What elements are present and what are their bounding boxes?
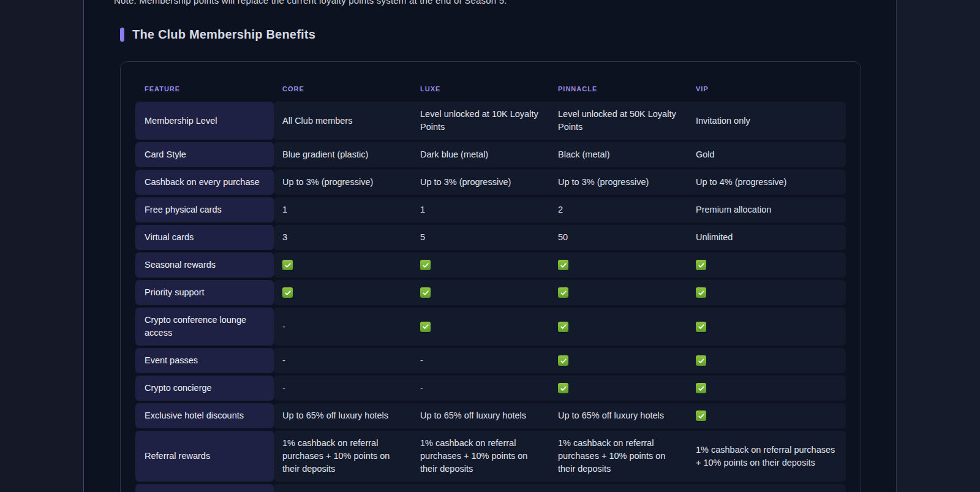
value-cell: Up to 3% (progressive) bbox=[274, 170, 412, 195]
check-icon bbox=[558, 383, 568, 393]
cell-text: 1% cashback on referral purchases + 10% … bbox=[696, 444, 839, 469]
check-icon bbox=[420, 322, 431, 332]
column-header-feature: FEATURE bbox=[135, 83, 274, 94]
cell-text: Up to 3% (progressive) bbox=[558, 176, 649, 189]
check-icon bbox=[558, 322, 568, 332]
value-cell: Up to 3% (progressive) bbox=[549, 170, 687, 195]
main-content: Note: Membership points will replace the… bbox=[85, 0, 896, 492]
feature-cell: Crypto conference lounge access bbox=[135, 308, 274, 346]
cell-text: Dark blue (metal) bbox=[420, 148, 488, 161]
value-cell bbox=[549, 252, 687, 278]
feature-cell bbox=[135, 484, 274, 492]
feature-label: Virtual cards bbox=[145, 231, 194, 244]
cell-text: 1% cashback on referral purchases + 10% … bbox=[282, 437, 404, 475]
value-cell: 1 bbox=[274, 197, 412, 222]
value-cell bbox=[412, 280, 549, 305]
value-cell bbox=[549, 280, 687, 305]
feature-cell: Crypto concierge bbox=[135, 376, 274, 401]
feature-label: Free physical cards bbox=[145, 203, 222, 216]
column-header-label: FEATURE bbox=[145, 85, 180, 93]
table-row: Crypto conference lounge access - bbox=[135, 308, 846, 346]
dash-mark: - bbox=[282, 320, 285, 333]
column-header-vip: VIP bbox=[687, 83, 846, 94]
row-values bbox=[274, 280, 846, 305]
table-header-row: FEATURE CORE LUXE PINNACLE VIP bbox=[135, 74, 846, 102]
check-icon bbox=[558, 260, 568, 270]
right-page-margin bbox=[896, 0, 980, 492]
feature-label: Crypto conference lounge access bbox=[145, 314, 266, 339]
value-cell: Up to 65% off luxury hotels bbox=[274, 403, 412, 428]
cell-text: Level unlocked at 50K Loyalty Points bbox=[558, 108, 680, 134]
cell-text: 50 bbox=[558, 231, 568, 244]
row-values bbox=[274, 252, 846, 278]
check-icon bbox=[696, 287, 706, 298]
table-row bbox=[135, 484, 846, 492]
value-cell bbox=[687, 403, 846, 428]
feature-label: Referral rewards bbox=[145, 450, 210, 463]
value-cell bbox=[687, 348, 846, 373]
value-cell bbox=[412, 252, 549, 278]
value-cell: - bbox=[274, 376, 412, 401]
check-icon bbox=[696, 383, 706, 393]
value-cell bbox=[687, 376, 846, 401]
page-title: The Club Membership Benefits bbox=[132, 28, 315, 42]
value-cell: Gold bbox=[687, 142, 846, 167]
table-row: Priority support bbox=[135, 280, 846, 305]
membership-benefits-table: FEATURE CORE LUXE PINNACLE VIP Membershi… bbox=[120, 61, 861, 492]
cell-text: Black (metal) bbox=[558, 148, 610, 161]
check-icon bbox=[696, 260, 706, 270]
row-values: -- bbox=[274, 376, 846, 401]
table-row: Event passes -- bbox=[135, 348, 846, 373]
cell-text: 1 bbox=[420, 203, 425, 216]
value-cell: Level unlocked at 50K Loyalty Points bbox=[549, 102, 687, 140]
feature-label: Cashback on every purchase bbox=[145, 176, 260, 189]
dash-mark: - bbox=[420, 354, 423, 367]
value-cell: All Club members bbox=[274, 102, 412, 140]
value-cell: Up to 4% (progressive) bbox=[687, 170, 846, 195]
cell-text: 1% cashback on referral purchases + 10% … bbox=[420, 437, 542, 475]
row-values: Up to 65% off luxury hotelsUp to 65% off… bbox=[274, 403, 846, 428]
value-cell: - bbox=[274, 308, 412, 346]
value-cell: 50 bbox=[549, 225, 687, 250]
feature-label: Crypto concierge bbox=[145, 382, 212, 395]
table-row: Virtual cards 3550Unlimited bbox=[135, 225, 846, 250]
column-header-label: VIP bbox=[696, 85, 709, 93]
value-cell: - bbox=[412, 348, 549, 373]
feature-cell: Referral rewards bbox=[135, 431, 274, 482]
value-cell: Up to 65% off luxury hotels bbox=[412, 403, 549, 428]
value-cell bbox=[687, 280, 846, 305]
row-values: - bbox=[274, 308, 846, 346]
value-cell: - bbox=[274, 348, 412, 373]
cell-text: Level unlocked at 10K Loyalty Points bbox=[420, 108, 542, 134]
cell-text: Premium allocation bbox=[696, 203, 771, 216]
feature-label: Exclusive hotel discounts bbox=[145, 409, 244, 422]
feature-cell: Virtual cards bbox=[135, 225, 274, 250]
table-row: Membership Level All Club membersLevel u… bbox=[135, 102, 846, 140]
dash-mark: - bbox=[282, 354, 285, 367]
table-row: Cashback on every purchase Up to 3% (pro… bbox=[135, 170, 846, 195]
value-cell bbox=[549, 348, 687, 373]
cell-text: Gold bbox=[696, 148, 715, 161]
value-cell: - bbox=[412, 376, 549, 401]
value-cell bbox=[274, 280, 412, 305]
row-values: -- bbox=[274, 348, 846, 373]
cell-text: Up to 65% off luxury hotels bbox=[282, 409, 388, 422]
cell-text: 5 bbox=[420, 231, 425, 244]
column-header-core: CORE bbox=[274, 83, 412, 94]
value-cell: 1% cashback on referral purchases + 10% … bbox=[687, 431, 846, 482]
row-values: 1% cashback on referral purchases + 10% … bbox=[274, 431, 846, 482]
value-cell: 3 bbox=[274, 225, 412, 250]
section-header: The Club Membership Benefits bbox=[120, 28, 315, 42]
row-values: 112Premium allocation bbox=[274, 197, 846, 222]
table-body: Membership Level All Club membersLevel u… bbox=[135, 102, 846, 492]
table-row: Seasonal rewards bbox=[135, 252, 846, 278]
value-cell bbox=[687, 308, 846, 346]
feature-label: Priority support bbox=[145, 286, 205, 299]
value-cell: Dark blue (metal) bbox=[412, 142, 549, 167]
feature-cell: Priority support bbox=[135, 280, 274, 305]
value-cell bbox=[412, 308, 549, 346]
value-cell: 1% cashback on referral purchases + 10% … bbox=[412, 431, 549, 482]
cell-text: 1 bbox=[282, 203, 287, 216]
column-header-pinnacle: PINNACLE bbox=[549, 83, 687, 94]
check-icon bbox=[282, 260, 293, 270]
